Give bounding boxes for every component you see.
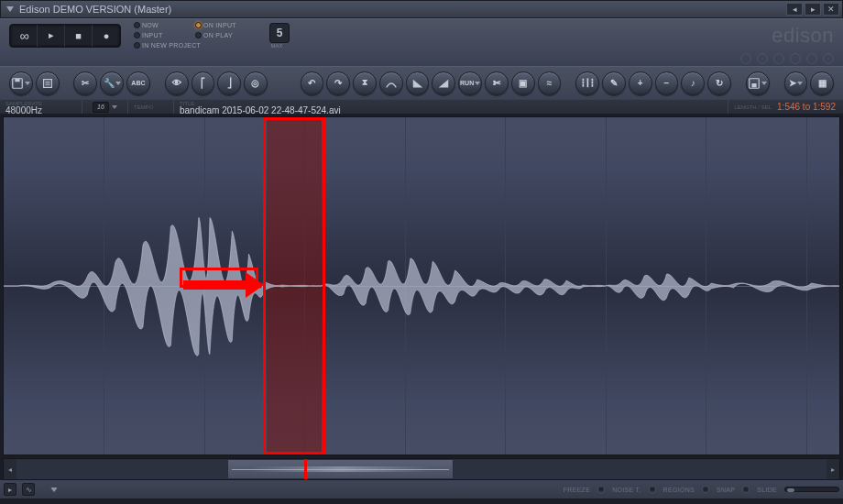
format-dropdown-icon[interactable]	[112, 105, 117, 109]
scroll-thumb[interactable]	[227, 459, 454, 479]
reload-button[interactable]: ↻	[707, 71, 731, 95]
target-icon-3[interactable]	[773, 53, 784, 64]
window-title: Edison DEMO VERSION (Master)	[19, 4, 785, 15]
lengthsel-label: LENGTH / SEL	[734, 104, 772, 111]
snap-toggle[interactable]	[742, 486, 750, 493]
target-icon-6[interactable]	[823, 53, 834, 64]
eq-button[interactable]: ┇┃┇	[575, 71, 599, 95]
noiset-label: NOISE T.	[612, 487, 640, 493]
label-now: NOW	[142, 22, 193, 28]
samplerate-value: 48000Hz	[5, 107, 76, 115]
loop-button[interactable]: ∞	[10, 25, 38, 47]
prev-preset-button[interactable]: ◂	[786, 3, 803, 16]
radio-on-play[interactable]	[195, 32, 202, 38]
slide-slider[interactable]	[784, 487, 839, 492]
redo-button[interactable]: ↷	[326, 71, 350, 95]
rename-abc-button[interactable]: ABC	[126, 71, 150, 95]
marker-start-button[interactable]: ⎡	[192, 71, 215, 95]
waveform-display[interactable]	[3, 116, 840, 455]
tune-button[interactable]: ✎	[602, 71, 626, 95]
play-button[interactable]: ▸	[38, 25, 65, 47]
freeze-toggle[interactable]	[597, 486, 605, 493]
fadein-button[interactable]	[432, 71, 455, 95]
disk-button[interactable]	[9, 71, 33, 95]
scroll-track[interactable]	[16, 459, 827, 479]
next-preset-button[interactable]: ▸	[805, 3, 821, 16]
send-button[interactable]: ➤	[784, 71, 808, 95]
svg-rect-7	[752, 83, 757, 87]
target-loop-button[interactable]: ◎	[244, 71, 268, 95]
cut-tool-button[interactable]: ✂	[73, 71, 97, 95]
radio-input[interactable]	[134, 32, 140, 38]
regions-label: REGIONS	[663, 487, 695, 493]
titlebar: Edison DEMO VERSION (Master) ◂ ▸ ✕	[0, 0, 843, 18]
max-value-box[interactable]: 5	[269, 23, 290, 43]
label-on-play: ON PLAY	[203, 32, 255, 38]
radio-in-new-project[interactable]	[134, 42, 140, 49]
marker-end-button[interactable]: ⎦	[217, 71, 241, 95]
pitch-button[interactable]: ♪	[681, 71, 705, 95]
toolbar: ✂ 🔧 ABC 👁 ⎡ ⎦ ◎ ↶ ↷ ⧗ RUN ✄ ▣ ≈ ┇┃┇ ✎ + …	[0, 66, 843, 99]
format-value: 16	[93, 102, 109, 113]
waveform-mode-button[interactable]: ∿	[22, 483, 35, 496]
menu-button[interactable]	[36, 71, 60, 95]
save-button[interactable]	[746, 71, 770, 95]
record-mode-options: NOW ON INPUT INPUT ON PLAY IN NEW PROJEC…	[134, 20, 255, 50]
info-bar: SAMPLERATE 48000Hz FORMAT 16 TEMPO TITLE…	[0, 99, 843, 114]
stop-button[interactable]: ■	[65, 25, 93, 47]
radio-on-input[interactable]	[195, 22, 202, 28]
slide-label: SLIDE	[757, 487, 777, 493]
transport-strip: ∞ ▸ ■ ● NOW ON INPUT INPUT ON PLAY IN NE…	[0, 18, 843, 51]
target-icon-2[interactable]	[757, 53, 768, 64]
status-bar: ▸ ∿ FREEZE NOISE T. REGIONS SNAP SLIDE	[0, 480, 843, 499]
target-icon-5[interactable]	[806, 53, 817, 64]
trim-button[interactable]: ✄	[485, 71, 509, 95]
record-button[interactable]: ●	[93, 25, 120, 47]
fade-button[interactable]	[379, 71, 403, 95]
undo-button[interactable]: ↶	[301, 71, 324, 95]
overview-scrollbar[interactable]: ◂ ▸	[3, 458, 840, 480]
amp-up-button[interactable]: +	[629, 71, 652, 95]
label-input: INPUT	[142, 32, 193, 38]
normalize-button[interactable]: ⧗	[353, 71, 377, 95]
play-from-start-button[interactable]: ▸	[4, 483, 16, 496]
transport-group: ∞ ▸ ■ ●	[9, 24, 121, 48]
view-menu-icon[interactable]	[50, 488, 58, 492]
grid-button[interactable]: ▦	[810, 71, 834, 95]
mini-waveform-fill	[250, 466, 430, 472]
annotation-mini-marker	[304, 459, 307, 479]
run-script-button[interactable]: RUN	[458, 71, 482, 95]
eye-view-button[interactable]: 👁	[165, 71, 189, 95]
menu-dropdown-icon[interactable]	[6, 6, 14, 12]
blur-button[interactable]: ≈	[538, 71, 562, 95]
crop-button[interactable]: ▣	[511, 71, 535, 95]
selection-range: 1:546 to 1:592	[777, 102, 843, 112]
target-icon-4[interactable]	[790, 53, 801, 64]
max-label: MAX	[270, 43, 282, 49]
close-button[interactable]: ✕	[823, 3, 839, 16]
scroll-right-button[interactable]: ▸	[827, 459, 839, 479]
reverse-button[interactable]	[406, 71, 430, 95]
regions-toggle[interactable]	[702, 486, 709, 493]
scroll-left-button[interactable]: ◂	[4, 459, 16, 479]
radio-now[interactable]	[134, 22, 140, 28]
title-value: bandicam 2015-06-02 22-48-47-524.avi	[180, 107, 722, 115]
amp-down-button[interactable]: −	[655, 71, 679, 95]
target-icon-1[interactable]	[740, 53, 751, 64]
snap-label: SNAP	[717, 487, 735, 493]
freeze-label: FREEZE	[564, 487, 590, 493]
label-in-new-project: IN NEW PROJECT	[142, 42, 201, 49]
svg-rect-1	[16, 78, 20, 82]
wrench-button[interactable]: 🔧	[100, 71, 124, 95]
brand-logo: edison	[772, 24, 834, 48]
tempo-label: TEMPO	[134, 104, 168, 111]
label-on-input: ON INPUT	[203, 22, 255, 28]
waveform-svg	[4, 117, 839, 455]
noiset-toggle[interactable]	[649, 486, 656, 493]
